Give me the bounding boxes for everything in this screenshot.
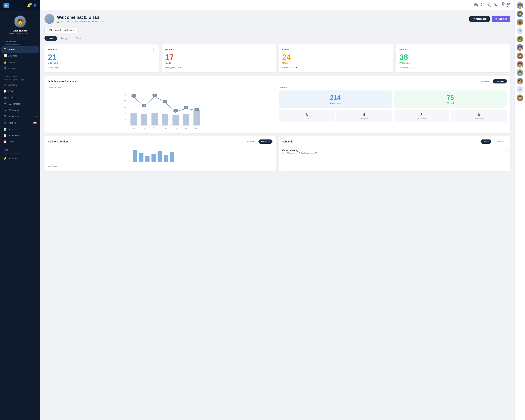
task-dist-this-week-label: This Week xyxy=(48,165,272,168)
svg-rect-13 xyxy=(141,114,147,125)
cart-badge: 5 xyxy=(502,2,505,5)
schedule-time: 🕐 in 32 minutes xyxy=(282,152,295,154)
bell-icon: 🔔 xyxy=(57,20,60,23)
nav-section-sublabel-apps: Custom made application designs xyxy=(0,79,40,82)
overview-new-issues: 214 New Issues xyxy=(279,91,392,108)
schedule-today-btn[interactable]: Today xyxy=(480,140,491,144)
schedule-title: Schedule xyxy=(282,140,293,143)
stat-label-issues: Open xyxy=(282,62,390,64)
schedule-tomorrow-btn[interactable]: Tomorrow xyxy=(493,140,507,144)
stat-menu-summary[interactable]: ⋮ xyxy=(152,48,155,51)
sidebar-item-chat[interactable]: 💬 Chat xyxy=(0,88,40,94)
sidebar-item-mailbox[interactable]: ✉ Mailbox 27 xyxy=(0,120,40,126)
tab-budget[interactable]: Budget xyxy=(58,36,71,41)
right-avatar-2[interactable]: 👩 xyxy=(517,10,523,17)
tab-home[interactable]: Home xyxy=(45,36,57,41)
messages-button[interactable]: ✉ Messages xyxy=(469,16,489,22)
welcome-title: Welcome back, Brian! xyxy=(57,15,103,20)
sidebar-item-tasks[interactable]: ⏰ Tasks xyxy=(0,139,40,145)
right-avatar-3[interactable]: 🧔 xyxy=(517,19,523,26)
sidebar-item-scrumboard[interactable]: 📋 Scrumboard xyxy=(0,132,40,139)
stat-card-summary: Summary ⋮ 21 Due Tasks Completed: 13 xyxy=(45,45,159,72)
github-this-week-btn[interactable]: This Week xyxy=(493,79,507,84)
fullscreen-icon[interactable]: ⛶ xyxy=(481,3,484,7)
task-dist-header: Task Distribution Last Week This Week xyxy=(48,140,272,144)
bottom-row: Task Distribution Last Week This Week 0 … xyxy=(45,136,510,171)
schedule-arrow-icon[interactable]: › xyxy=(506,150,507,153)
tab-team[interactable]: Team xyxy=(72,36,84,41)
svg-text:Sat: Sat xyxy=(165,161,167,163)
svg-rect-52 xyxy=(133,150,137,162)
sidebar-item-ecommerce[interactable]: 🛒 ECommerce › xyxy=(0,101,40,107)
task-dist-this-week-btn[interactable]: This Week xyxy=(258,140,272,144)
away-dot xyxy=(521,49,523,51)
nav-applications: APPLICATIONS Custom made application des… xyxy=(0,73,40,146)
notifications-icon[interactable]: 🔔 3 xyxy=(27,4,31,8)
project-selector[interactable]: ACME Corp. Backend App ▾ xyxy=(45,27,77,33)
stat-footer-overdue: From yesterday: 9 xyxy=(165,67,273,69)
mini-stat-reopened: 8 Re-opened xyxy=(394,110,450,122)
bookmark-icon[interactable]: 🔖 xyxy=(494,3,498,7)
svg-rect-55 xyxy=(151,154,156,162)
messages-icon[interactable]: 💬 xyxy=(506,3,510,7)
right-avatar-1[interactable]: 🧑 xyxy=(517,2,523,9)
svg-text:40: 40 xyxy=(129,146,131,148)
cart-icon[interactable]: 🛍 5 xyxy=(500,3,504,7)
stat-menu-issues[interactable]: ⋮ xyxy=(387,48,390,51)
sidebar-item-label: Crypto xyxy=(8,67,15,70)
stat-menu-features[interactable]: ⋮ xyxy=(504,48,507,51)
sidebar-item-label: Contacts xyxy=(8,96,17,99)
mini-stat-wontfix: 4 Won't Fix xyxy=(336,110,392,122)
sidebar-item-crypto[interactable]: 💲 Crypto xyxy=(0,65,40,72)
user-search-icon[interactable]: 👤 xyxy=(33,4,37,8)
right-avatar-4[interactable]: 👩 xyxy=(517,36,523,42)
overview-label: Overview xyxy=(279,86,507,88)
sidebar-item-contacts[interactable]: 👥 Contacts xyxy=(0,94,40,101)
task-distribution-card: Task Distribution Last Week This Week 0 … xyxy=(45,136,276,171)
sidebar-item-label: ECommerce xyxy=(8,103,20,105)
stat-footer-issues: Closed today: 19 xyxy=(282,67,390,69)
settings-button[interactable]: ⚙ Settings xyxy=(492,16,510,22)
svg-text:Mon: Mon xyxy=(132,127,135,129)
right-avatar-9[interactable]: 🧑 xyxy=(517,78,523,84)
right-avatar-10[interactable]: 🧔 xyxy=(517,94,523,101)
mini-stats: 3 Fixed 4 Won't Fix 8 Re-opened 6 xyxy=(279,110,507,122)
mini-label-triage: Needs Triage xyxy=(452,118,505,120)
sidebar-item-finance[interactable]: 💰 Finance xyxy=(0,59,40,65)
hamburger-icon[interactable]: ≡ xyxy=(45,3,46,7)
sidebar-item-helpcenter[interactable]: ❓ Help Center › xyxy=(0,113,40,120)
sidebar-item-academy[interactable]: 🎓 Academy xyxy=(0,82,40,88)
svg-text:Thu: Thu xyxy=(152,161,155,163)
search-icon[interactable]: 🔍 xyxy=(487,3,491,7)
line-chart-svg: 0 9 18 27 36 45 xyxy=(48,91,276,129)
right-avatar-7[interactable]: 🧒 xyxy=(517,61,523,67)
sidebar-item-analytics[interactable]: 📊 Analytics xyxy=(0,53,40,59)
content-area: Welcome back, Brian! 🔔 You have 2 new me… xyxy=(40,10,515,420)
right-avatar-6[interactable]: 👩 xyxy=(517,53,523,59)
sidebar-item-notes[interactable]: 📝 Notes xyxy=(0,126,40,132)
sidebar-item-filemanager[interactable]: ☁ File Manager xyxy=(0,107,40,113)
right-avatar-8[interactable]: 👩 xyxy=(517,69,523,76)
notification-badge: 3 xyxy=(29,3,32,5)
app-logo[interactable]: ◈ xyxy=(3,3,9,8)
right-avatar-m2[interactable]: M xyxy=(517,86,523,93)
nav-section-label-apps: APPLICATIONS xyxy=(0,76,40,79)
tabs-row: Home Budget Team xyxy=(45,36,510,41)
stat-menu-overdue[interactable]: ⋮ xyxy=(269,48,272,51)
sidebar-item-label: Help Center xyxy=(8,115,19,118)
flag-icon[interactable]: 🇺🇸 xyxy=(474,3,478,7)
welcome-text: Welcome back, Brian! 🔔 You have 2 new me… xyxy=(57,15,103,23)
github-last-week-btn[interactable]: Last Week xyxy=(478,79,491,84)
helpcenter-arrow: › xyxy=(36,116,37,118)
svg-text:Sun: Sun xyxy=(195,127,198,129)
right-avatar-5[interactable]: 🧑 xyxy=(517,44,523,51)
mini-label-fixed: Fixed xyxy=(281,118,333,120)
task-dist-last-week-btn[interactable]: Last Week xyxy=(243,140,257,144)
chevron-down-icon: ▾ xyxy=(73,29,74,31)
sidebar-item-project[interactable]: ☑ Project xyxy=(1,46,39,53)
new-issues-number: 214 xyxy=(282,94,388,101)
sidebar-header: ◈ 🔔 3 👤 xyxy=(0,0,40,11)
sidebar-item-activities[interactable]: ⚡ Activities xyxy=(0,155,40,161)
right-avatar-m1[interactable]: M xyxy=(517,27,523,34)
stat-title-issues: Issues xyxy=(282,48,289,51)
